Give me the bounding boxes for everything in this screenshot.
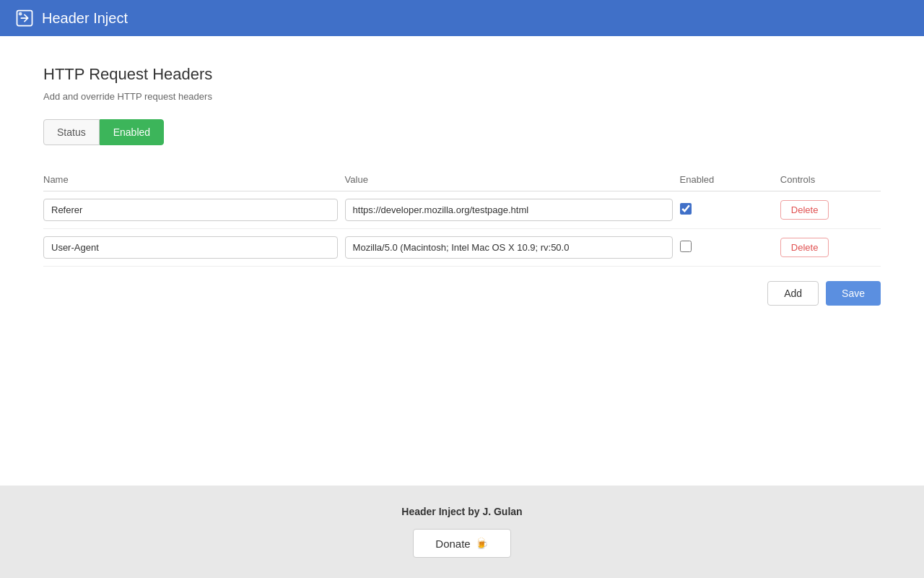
value-input-0[interactable] [345, 199, 673, 221]
col-header-enabled: Enabled [680, 168, 780, 191]
svg-point-0 [19, 12, 22, 16]
col-header-value: Value [345, 168, 680, 191]
name-cell-1 [43, 229, 345, 267]
enabled-cell-0 [680, 191, 780, 229]
table-row: Delete [43, 191, 881, 229]
value-cell-1 [345, 229, 680, 267]
status-label: Status [43, 119, 100, 145]
name-input-0[interactable] [43, 199, 338, 221]
save-button[interactable]: Save [826, 281, 881, 306]
value-cell-0 [345, 191, 680, 229]
table-row: Delete [43, 229, 881, 267]
value-input-1[interactable] [345, 236, 673, 259]
footer-app-name: Header Inject [401, 506, 465, 517]
inject-icon [14, 8, 35, 28]
donate-button[interactable]: Donate 🍺 [413, 529, 510, 558]
donate-icon: 🍺 [475, 537, 489, 550]
enabled-checkbox-0[interactable] [680, 203, 692, 215]
enabled-checkbox-1[interactable] [680, 241, 692, 252]
controls-cell-1: Delete [780, 229, 881, 267]
page-subtitle: Add and override HTTP request headers [43, 91, 881, 102]
enabled-cell-1 [680, 229, 780, 267]
col-header-name: Name [43, 168, 345, 191]
delete-button-1[interactable]: Delete [780, 238, 829, 257]
footer: Header Inject by J. Gulan Donate 🍺 [0, 486, 924, 578]
page-title: HTTP Request Headers [43, 65, 881, 84]
status-enabled-button[interactable]: Enabled [100, 119, 164, 145]
app-title: Header Inject [42, 10, 128, 27]
main-content: HTTP Request Headers Add and override HT… [0, 36, 924, 486]
delete-button-0[interactable]: Delete [780, 200, 829, 220]
headers-table: Name Value Enabled Controls Delete [43, 168, 881, 267]
actions-row: Add Save [43, 281, 881, 306]
status-row: Status Enabled [43, 119, 881, 145]
footer-credit: Header Inject by J. Gulan [401, 506, 522, 517]
add-button[interactable]: Add [767, 281, 819, 306]
name-cell-0 [43, 191, 345, 229]
controls-cell-0: Delete [780, 191, 881, 229]
donate-label: Donate [435, 538, 470, 550]
col-header-controls: Controls [780, 168, 881, 191]
name-input-1[interactable] [43, 236, 338, 259]
app-header: Header Inject [0, 0, 924, 36]
footer-by: by J. Gulan [468, 506, 522, 517]
